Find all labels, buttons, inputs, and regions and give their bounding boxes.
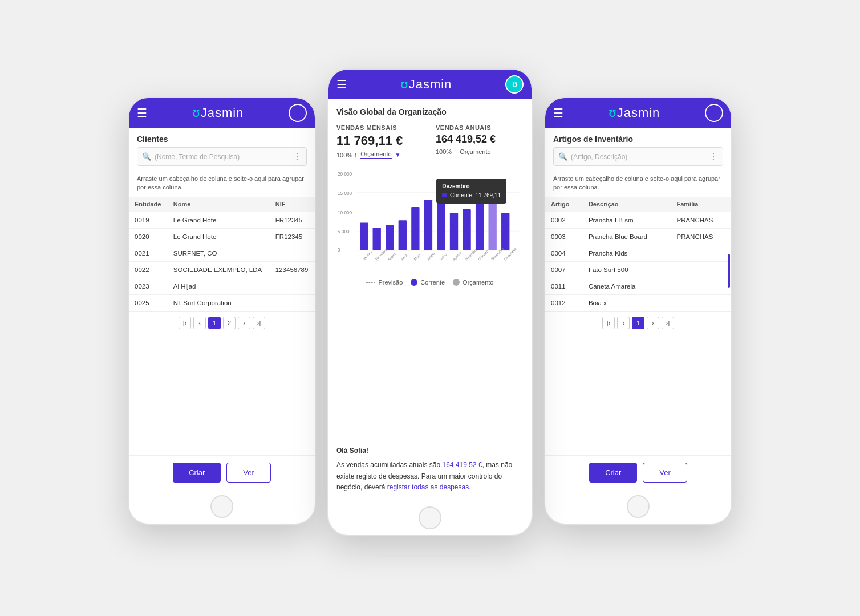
table-row[interactable]: 0011 Caneta Amarela (545, 278, 731, 294)
left-pagination: |‹ ‹ 1 2 › ›| (129, 311, 315, 334)
left-criar-button[interactable]: Criar (173, 463, 221, 483)
right-home-button[interactable] (627, 495, 650, 518)
table-row[interactable]: 0012 Boia x (545, 294, 731, 311)
right-pagination: |‹ ‹ 1 › ›| (545, 311, 731, 334)
left-home-button[interactable] (210, 495, 233, 518)
artigo-cell[interactable]: 0012 (545, 294, 583, 311)
svg-rect-10 (360, 222, 368, 250)
chart-area: 20 000 15 000 10 000 5 000 0 (336, 167, 524, 270)
left-logo: ʊJasmin (192, 106, 244, 120)
nif-cell (270, 278, 315, 294)
table-row[interactable]: 0023 Al Hijad (129, 278, 315, 294)
familia-cell: PRANCHAS (671, 212, 731, 228)
right-criar-button[interactable]: Criar (589, 463, 637, 483)
center-hamburger-icon[interactable]: ☰ (336, 78, 347, 91)
col-nif: NIF (270, 197, 315, 212)
nif-cell (270, 294, 315, 311)
center-logo: ʊJasmin (400, 77, 452, 92)
right-logo: ʊJasmin (609, 106, 660, 120)
nome-cell: SOCIEDADE EXEMPLO, LDA (168, 261, 270, 278)
nome-cell: NL Surf Corporation (168, 294, 270, 311)
right-col-familia: Família (671, 197, 731, 212)
nome-cell: Le Grand Hotel (168, 228, 270, 245)
page-last[interactable]: ›| (253, 317, 265, 329)
left-drag-hint: Arraste um cabeçalho de coluna e solte-o… (129, 171, 315, 197)
page-prev[interactable]: ‹ (193, 317, 206, 329)
left-more-icon[interactable]: ⋮ (293, 151, 302, 162)
artigo-cell[interactable]: 0003 (545, 228, 583, 245)
right-page-first[interactable]: |‹ (602, 317, 615, 329)
left-ver-button[interactable]: Ver (226, 463, 271, 483)
svg-text:Junho: Junho (426, 251, 436, 261)
table-row[interactable]: 0022 SOCIEDADE EXEMPLO, LDA 123456789 (129, 261, 315, 278)
page-2[interactable]: 2 (223, 317, 236, 329)
legend-corrente: Corrente (411, 279, 445, 286)
center-avatar[interactable]: ʊ (505, 75, 524, 94)
table-row[interactable]: 0004 Prancha Kids (545, 245, 731, 261)
pct-monthly-value: 100% (336, 152, 352, 159)
left-avatar[interactable] (289, 104, 307, 122)
stat-anuais: VENDAS ANUAIS 164 419,52 € 100% ↑ Orçame… (436, 124, 524, 159)
right-more-icon[interactable]: ⋮ (709, 151, 718, 162)
left-search-icon: 🔍 (142, 152, 151, 161)
artigo-cell[interactable]: 0007 (545, 261, 583, 278)
right-page-1[interactable]: 1 (632, 317, 644, 329)
right-page-next[interactable]: › (647, 317, 659, 329)
familia-cell (671, 245, 731, 261)
legend-dashed-icon (366, 282, 375, 283)
center-content: Visão Global da Organização VENDAS MENSA… (328, 99, 532, 437)
table-row[interactable]: 0003 Prancha Blue Board PRANCHAS (545, 228, 731, 245)
entidade-cell[interactable]: 0021 (129, 245, 168, 261)
entidade-cell[interactable]: 0019 (129, 212, 168, 228)
svg-rect-18 (463, 209, 470, 250)
table-row[interactable]: 0019 Le Grand Hotel FR12345 (129, 212, 315, 228)
table-row[interactable]: 0021 SURFNET, CO (129, 245, 315, 261)
table-row[interactable]: 0002 Prancha LB sm PRANCHAS (545, 212, 731, 228)
page-next[interactable]: › (238, 317, 250, 329)
artigo-cell[interactable]: 0002 (545, 212, 583, 228)
right-phone: ☰ ʊJasmin Artigos de Inventário 🔍 (Artig… (544, 97, 732, 525)
right-search-placeholder: (Artigo, Descrição) (571, 153, 627, 161)
entidade-cell[interactable]: 0023 (129, 278, 168, 294)
table-row[interactable]: 0007 Fato Surf 500 (545, 261, 731, 278)
right-page-last[interactable]: ›| (662, 317, 674, 329)
svg-text:0: 0 (338, 247, 340, 253)
left-search-bar[interactable]: 🔍 (Nome, Termo de Pesquisa) ⋮ (137, 147, 307, 166)
svg-rect-14 (411, 207, 419, 250)
entidade-cell[interactable]: 0025 (129, 294, 168, 311)
artigo-cell[interactable]: 0004 (545, 245, 583, 261)
chart-tooltip: Dezembro Corrente: 11 769,11 (436, 179, 506, 204)
right-avatar[interactable] (705, 104, 723, 122)
right-hamburger-icon[interactable]: ☰ (553, 106, 563, 120)
tooltip-title: Dezembro (442, 182, 501, 191)
page-first[interactable]: |‹ (179, 317, 191, 329)
orcamento-monthly: Orçamento (360, 151, 391, 159)
right-search-bar[interactable]: 🔍 (Artigo, Descrição) ⋮ (553, 147, 723, 166)
descricao-cell: Prancha Kids (583, 245, 671, 261)
entidade-cell[interactable]: 0020 (129, 228, 168, 245)
orcamento-annual: Orçamento (460, 148, 490, 155)
center-home-button[interactable] (419, 506, 441, 529)
svg-text:Maio: Maio (413, 253, 421, 261)
arrow-up-monthly: ↑ (354, 151, 357, 159)
artigo-cell[interactable]: 0011 (545, 278, 583, 294)
right-section-title: Artigos de Inventário (545, 128, 731, 147)
svg-text:Outubro: Outubro (477, 249, 489, 261)
nome-cell: Al Hijad (168, 278, 270, 294)
stat-mensais-value: 11 769,11 € (336, 133, 424, 148)
message-link2[interactable]: registar todas as despesas (387, 483, 469, 491)
tooltip-square-icon (442, 193, 447, 197)
dropdown-monthly[interactable]: ▼ (395, 152, 401, 158)
page-1[interactable]: 1 (208, 317, 221, 329)
nif-cell: FR12345 (270, 212, 315, 228)
table-row[interactable]: 0020 Le Grand Hotel FR12345 (129, 228, 315, 245)
left-hamburger-icon[interactable]: ☰ (137, 106, 147, 120)
right-ver-button[interactable]: Ver (643, 463, 687, 483)
stat-anuais-value: 164 419,52 € (436, 133, 524, 145)
left-search-placeholder: (Nome, Termo de Pesquisa) (155, 153, 240, 161)
entidade-cell[interactable]: 0022 (129, 261, 168, 278)
message-link1[interactable]: 164 419,52 € (442, 461, 482, 469)
right-page-prev[interactable]: ‹ (617, 317, 630, 329)
right-drag-hint: Arraste um cabeçalho de coluna e solte-o… (545, 171, 731, 197)
table-row[interactable]: 0025 NL Surf Corporation (129, 294, 315, 311)
